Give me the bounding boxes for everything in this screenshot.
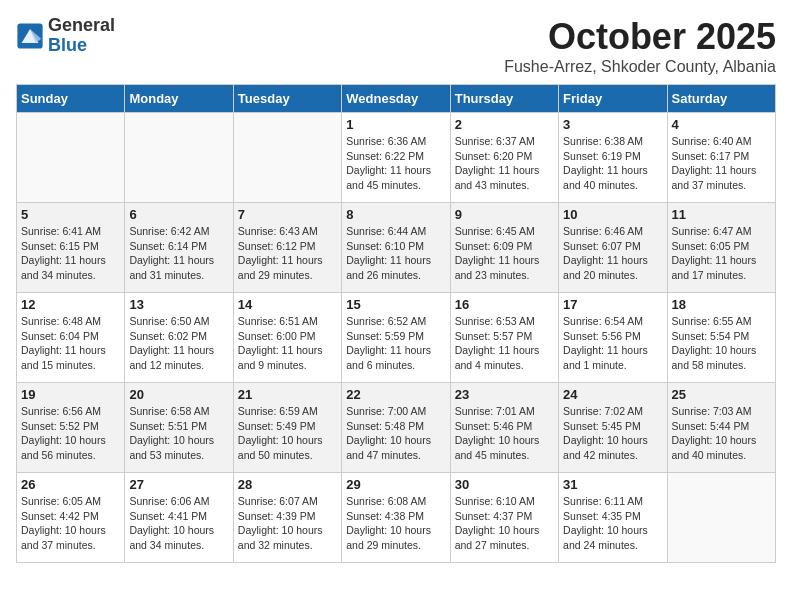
location-subtitle: Fushe-Arrez, Shkoder County, Albania [504,58,776,76]
day-number: 16 [455,297,554,312]
day-info: Sunrise: 6:45 AM Sunset: 6:09 PM Dayligh… [455,224,554,283]
day-info: Sunrise: 7:03 AM Sunset: 5:44 PM Dayligh… [672,404,771,463]
calendar-cell: 13Sunrise: 6:50 AM Sunset: 6:02 PM Dayli… [125,293,233,383]
day-info: Sunrise: 6:47 AM Sunset: 6:05 PM Dayligh… [672,224,771,283]
day-info: Sunrise: 7:01 AM Sunset: 5:46 PM Dayligh… [455,404,554,463]
day-info: Sunrise: 6:36 AM Sunset: 6:22 PM Dayligh… [346,134,445,193]
calendar-cell: 31Sunrise: 6:11 AM Sunset: 4:35 PM Dayli… [559,473,667,563]
calendar-cell: 15Sunrise: 6:52 AM Sunset: 5:59 PM Dayli… [342,293,450,383]
calendar-cell: 12Sunrise: 6:48 AM Sunset: 6:04 PM Dayli… [17,293,125,383]
weekday-header-friday: Friday [559,85,667,113]
calendar-week-5: 26Sunrise: 6:05 AM Sunset: 4:42 PM Dayli… [17,473,776,563]
calendar-cell: 9Sunrise: 6:45 AM Sunset: 6:09 PM Daylig… [450,203,558,293]
weekday-header-wednesday: Wednesday [342,85,450,113]
calendar-cell: 19Sunrise: 6:56 AM Sunset: 5:52 PM Dayli… [17,383,125,473]
day-info: Sunrise: 6:44 AM Sunset: 6:10 PM Dayligh… [346,224,445,283]
day-number: 6 [129,207,228,222]
month-title: October 2025 [504,16,776,58]
day-number: 29 [346,477,445,492]
day-number: 22 [346,387,445,402]
calendar-cell: 11Sunrise: 6:47 AM Sunset: 6:05 PM Dayli… [667,203,775,293]
calendar-cell: 18Sunrise: 6:55 AM Sunset: 5:54 PM Dayli… [667,293,775,383]
logo-blue: Blue [48,36,115,56]
day-number: 10 [563,207,662,222]
calendar-cell: 24Sunrise: 7:02 AM Sunset: 5:45 PM Dayli… [559,383,667,473]
day-number: 13 [129,297,228,312]
calendar-cell [233,113,341,203]
calendar-cell: 28Sunrise: 6:07 AM Sunset: 4:39 PM Dayli… [233,473,341,563]
weekday-header-saturday: Saturday [667,85,775,113]
day-info: Sunrise: 6:58 AM Sunset: 5:51 PM Dayligh… [129,404,228,463]
day-info: Sunrise: 7:02 AM Sunset: 5:45 PM Dayligh… [563,404,662,463]
calendar-cell: 22Sunrise: 7:00 AM Sunset: 5:48 PM Dayli… [342,383,450,473]
calendar-cell: 26Sunrise: 6:05 AM Sunset: 4:42 PM Dayli… [17,473,125,563]
title-area: October 2025 Fushe-Arrez, Shkoder County… [504,16,776,76]
calendar-week-3: 12Sunrise: 6:48 AM Sunset: 6:04 PM Dayli… [17,293,776,383]
day-number: 15 [346,297,445,312]
calendar-cell [125,113,233,203]
weekday-header-sunday: Sunday [17,85,125,113]
weekday-header-tuesday: Tuesday [233,85,341,113]
day-info: Sunrise: 7:00 AM Sunset: 5:48 PM Dayligh… [346,404,445,463]
day-number: 8 [346,207,445,222]
weekday-header-monday: Monday [125,85,233,113]
day-number: 21 [238,387,337,402]
day-info: Sunrise: 6:55 AM Sunset: 5:54 PM Dayligh… [672,314,771,373]
day-info: Sunrise: 6:11 AM Sunset: 4:35 PM Dayligh… [563,494,662,553]
calendar-cell: 25Sunrise: 7:03 AM Sunset: 5:44 PM Dayli… [667,383,775,473]
day-info: Sunrise: 6:43 AM Sunset: 6:12 PM Dayligh… [238,224,337,283]
day-number: 27 [129,477,228,492]
calendar-cell: 1Sunrise: 6:36 AM Sunset: 6:22 PM Daylig… [342,113,450,203]
day-info: Sunrise: 6:53 AM Sunset: 5:57 PM Dayligh… [455,314,554,373]
calendar-cell [667,473,775,563]
day-number: 19 [21,387,120,402]
calendar-cell: 7Sunrise: 6:43 AM Sunset: 6:12 PM Daylig… [233,203,341,293]
day-number: 5 [21,207,120,222]
calendar-cell: 6Sunrise: 6:42 AM Sunset: 6:14 PM Daylig… [125,203,233,293]
calendar-cell: 5Sunrise: 6:41 AM Sunset: 6:15 PM Daylig… [17,203,125,293]
day-number: 11 [672,207,771,222]
day-number: 17 [563,297,662,312]
weekday-header-thursday: Thursday [450,85,558,113]
day-info: Sunrise: 6:38 AM Sunset: 6:19 PM Dayligh… [563,134,662,193]
header: General Blue October 2025 Fushe-Arrez, S… [16,16,776,76]
calendar-cell: 27Sunrise: 6:06 AM Sunset: 4:41 PM Dayli… [125,473,233,563]
day-info: Sunrise: 6:59 AM Sunset: 5:49 PM Dayligh… [238,404,337,463]
calendar-cell: 8Sunrise: 6:44 AM Sunset: 6:10 PM Daylig… [342,203,450,293]
day-number: 1 [346,117,445,132]
day-number: 18 [672,297,771,312]
day-number: 20 [129,387,228,402]
day-number: 2 [455,117,554,132]
calendar-week-1: 1Sunrise: 6:36 AM Sunset: 6:22 PM Daylig… [17,113,776,203]
day-info: Sunrise: 6:51 AM Sunset: 6:00 PM Dayligh… [238,314,337,373]
day-number: 4 [672,117,771,132]
calendar-cell: 20Sunrise: 6:58 AM Sunset: 5:51 PM Dayli… [125,383,233,473]
day-info: Sunrise: 6:42 AM Sunset: 6:14 PM Dayligh… [129,224,228,283]
calendar-cell: 23Sunrise: 7:01 AM Sunset: 5:46 PM Dayli… [450,383,558,473]
calendar-cell: 3Sunrise: 6:38 AM Sunset: 6:19 PM Daylig… [559,113,667,203]
logo-icon [16,22,44,50]
day-number: 9 [455,207,554,222]
day-number: 28 [238,477,337,492]
calendar-cell: 16Sunrise: 6:53 AM Sunset: 5:57 PM Dayli… [450,293,558,383]
day-info: Sunrise: 6:56 AM Sunset: 5:52 PM Dayligh… [21,404,120,463]
calendar-cell: 4Sunrise: 6:40 AM Sunset: 6:17 PM Daylig… [667,113,775,203]
calendar-week-2: 5Sunrise: 6:41 AM Sunset: 6:15 PM Daylig… [17,203,776,293]
day-info: Sunrise: 6:10 AM Sunset: 4:37 PM Dayligh… [455,494,554,553]
day-info: Sunrise: 6:48 AM Sunset: 6:04 PM Dayligh… [21,314,120,373]
calendar-table: SundayMondayTuesdayWednesdayThursdayFrid… [16,84,776,563]
day-info: Sunrise: 6:46 AM Sunset: 6:07 PM Dayligh… [563,224,662,283]
day-number: 7 [238,207,337,222]
day-info: Sunrise: 6:37 AM Sunset: 6:20 PM Dayligh… [455,134,554,193]
calendar-cell: 2Sunrise: 6:37 AM Sunset: 6:20 PM Daylig… [450,113,558,203]
day-number: 24 [563,387,662,402]
day-info: Sunrise: 6:54 AM Sunset: 5:56 PM Dayligh… [563,314,662,373]
day-number: 30 [455,477,554,492]
calendar-cell: 14Sunrise: 6:51 AM Sunset: 6:00 PM Dayli… [233,293,341,383]
calendar-cell: 29Sunrise: 6:08 AM Sunset: 4:38 PM Dayli… [342,473,450,563]
day-info: Sunrise: 6:40 AM Sunset: 6:17 PM Dayligh… [672,134,771,193]
day-info: Sunrise: 6:50 AM Sunset: 6:02 PM Dayligh… [129,314,228,373]
day-number: 12 [21,297,120,312]
calendar-cell: 21Sunrise: 6:59 AM Sunset: 5:49 PM Dayli… [233,383,341,473]
day-number: 25 [672,387,771,402]
